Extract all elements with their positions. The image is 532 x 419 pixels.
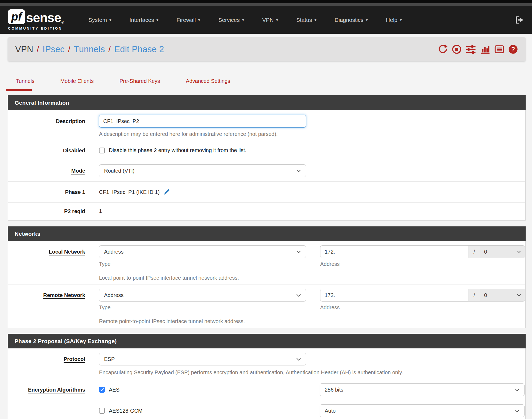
chevron-down-icon: ▾ — [400, 18, 402, 22]
nav-item-interfaces[interactable]: Interfaces▾ — [121, 17, 168, 23]
refresh-icon[interactable] — [438, 44, 448, 54]
nav-item-system[interactable]: System▾ — [79, 17, 121, 23]
main-menu: System▾ Interfaces▾ Firewall▾ Services▾ … — [79, 17, 411, 23]
local-network-help: Local point-to-point IPsec interface tun… — [99, 275, 525, 281]
phase1-label: Phase 1 — [8, 189, 99, 195]
chevron-down-icon — [296, 250, 301, 253]
breadcrumb-actions: ? — [438, 44, 518, 54]
top-navbar: pf sense ® COMMUNITY EDITION System▾ Int… — [0, 6, 532, 34]
nav-item-status[interactable]: Status▾ — [287, 17, 325, 23]
local-network-address-group: 172. / 0 — [320, 245, 525, 258]
description-row: Description A description may be entered… — [8, 110, 525, 141]
encryption-row-aes: Encryption Algorithms AES 256 bits — [8, 379, 525, 400]
chevron-down-icon — [517, 250, 521, 253]
tab-bar: Tunnels Mobile Clients Pre-Shared Keys A… — [8, 78, 532, 84]
remote-network-help: Remote point-to-point IPsec interface tu… — [99, 318, 525, 324]
local-network-address-input[interactable]: 172. — [320, 246, 468, 258]
chevron-down-icon — [296, 358, 301, 361]
chevron-down-icon: ▾ — [109, 18, 112, 22]
chevron-down-icon: ▾ — [242, 18, 244, 22]
pencil-icon[interactable] — [163, 188, 170, 196]
nav-item-diagnostics[interactable]: Diagnostics▾ — [325, 17, 377, 23]
protocol-select[interactable]: ESP — [99, 353, 306, 365]
chevron-down-icon: ▾ — [198, 18, 200, 22]
breadcrumb-link-edit-phase2[interactable]: Edit Phase 2 — [114, 44, 164, 54]
chart-icon[interactable] — [480, 44, 490, 54]
chevron-down-icon: ▾ — [366, 18, 368, 22]
chevron-down-icon: ▾ — [156, 18, 159, 22]
mode-select[interactable]: Routed (VTI) — [99, 164, 306, 177]
aes128-gcm-keylen-select[interactable]: Auto — [320, 404, 525, 417]
protocol-help: Encapsulating Security Payload (ESP) per… — [99, 369, 525, 376]
tab-tunnels[interactable]: Tunnels — [14, 78, 36, 84]
mode-row: Mode Routed (VTI) — [8, 160, 525, 181]
sliders-icon[interactable] — [465, 44, 476, 54]
disabled-row: Disabled Disable this phase 2 entry with… — [8, 141, 525, 160]
local-network-row: Local Network Address 172. / 0 — [8, 241, 525, 284]
p2-reqid-row: P2 reqid 1 — [8, 202, 525, 220]
remote-network-label: Remote Network — [43, 292, 85, 299]
disabled-checkbox-text: Disable this phase 2 entry without remov… — [109, 147, 246, 153]
stop-icon[interactable] — [452, 44, 462, 54]
log-icon[interactable] — [494, 44, 504, 54]
logo-edition-label: COMMUNITY EDITION — [8, 26, 64, 30]
panel-networks: Networks Local Network Address 172. / 0 — [8, 226, 526, 328]
registered-mark: ® — [61, 21, 64, 24]
remote-network-address-input[interactable]: 172. — [320, 289, 468, 301]
address-help: Address — [320, 304, 340, 311]
chevron-down-icon: ▾ — [276, 18, 278, 22]
help-icon[interactable]: ? — [508, 44, 518, 54]
logo-wordmark: sense — [26, 11, 61, 24]
svg-text:?: ? — [511, 46, 515, 53]
p2-reqid-label: P2 reqid — [8, 208, 99, 214]
local-network-label: Local Network — [49, 249, 85, 255]
sign-out-icon[interactable] — [515, 15, 524, 25]
chevron-down-icon — [515, 388, 519, 391]
disabled-label: Disabled — [8, 147, 99, 154]
breadcrumb-bar: VPN / IPsec / Tunnels / Edit Phase 2 — [8, 37, 526, 61]
chevron-down-icon — [517, 294, 521, 296]
panel-phase2-proposal: Phase 2 Proposal (SA/Key Exchange) Proto… — [8, 334, 526, 419]
type-help: Type — [99, 304, 306, 311]
nav-item-firewall[interactable]: Firewall▾ — [167, 17, 209, 23]
address-help: Address — [320, 261, 340, 267]
protocol-row: Protocol ESP Encapsulating Security Payl… — [8, 348, 525, 379]
tab-mobile-clients[interactable]: Mobile Clients — [58, 78, 96, 84]
aes-checkbox[interactable] — [99, 387, 105, 393]
pfsense-logo[interactable]: pf sense ® COMMUNITY EDITION — [8, 9, 64, 30]
aes128-gcm-checkbox[interactable] — [99, 408, 105, 414]
aes128-gcm-checkbox-text: AES128-GCM — [109, 408, 143, 414]
panel-title: Networks — [8, 226, 526, 241]
encryption-algorithms-label: Encryption Algorithms — [28, 387, 85, 393]
remote-network-type-select[interactable]: Address — [99, 289, 306, 302]
remote-network-address-group: 172. / 0 — [320, 289, 525, 302]
remote-network-prefix-select[interactable]: 0 — [480, 289, 525, 301]
breadcrumb-link-ipsec[interactable]: IPsec — [43, 44, 65, 54]
local-network-prefix-select[interactable]: 0 — [480, 246, 525, 258]
phase1-value: CF1_IPsec_P1 (IKE ID 1) — [99, 189, 160, 195]
aes-keylen-select[interactable]: 256 bits — [320, 383, 525, 396]
nav-item-vpn[interactable]: VPN▾ — [253, 17, 287, 23]
aes-checkbox-text: AES — [109, 387, 119, 393]
chevron-down-icon — [515, 409, 519, 412]
phase1-row: Phase 1 CF1_IPsec_P1 (IKE ID 1) — [8, 181, 525, 202]
description-label: Description — [8, 115, 99, 124]
slash-addon: / — [468, 289, 480, 301]
breadcrumb: VPN / IPsec / Tunnels / Edit Phase 2 — [15, 44, 164, 54]
chevron-down-icon — [296, 294, 301, 297]
nav-item-services[interactable]: Services▾ — [209, 17, 253, 23]
panel-title: Phase 2 Proposal (SA/Key Exchange) — [8, 334, 526, 348]
tab-pre-shared-keys[interactable]: Pre-Shared Keys — [118, 78, 162, 84]
protocol-label: Protocol — [64, 356, 85, 363]
mode-label: Mode — [71, 168, 85, 174]
chevron-down-icon — [296, 169, 301, 172]
nav-item-help[interactable]: Help▾ — [377, 17, 411, 23]
local-network-type-select[interactable]: Address — [99, 245, 306, 258]
breadcrumb-link-tunnels[interactable]: Tunnels — [74, 44, 105, 54]
tab-advanced-settings[interactable]: Advanced Settings — [184, 78, 232, 84]
description-help: A description may be entered here for ad… — [99, 131, 525, 137]
slash-addon: / — [468, 246, 480, 258]
disabled-checkbox[interactable] — [99, 148, 105, 153]
chevron-down-icon: ▾ — [314, 18, 316, 22]
description-input[interactable] — [99, 115, 306, 128]
